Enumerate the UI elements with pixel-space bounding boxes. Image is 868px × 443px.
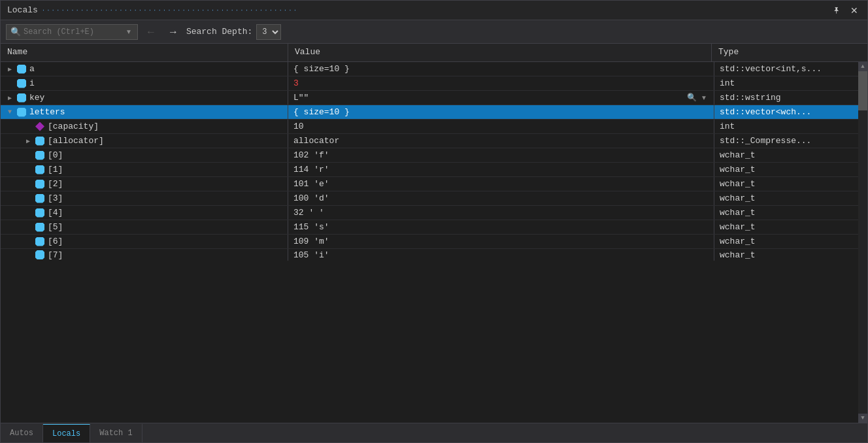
table-row[interactable]: [6] 109 'm' wchar_t (1, 235, 858, 249)
table-row[interactable]: ▶ [allocator] allocator std::_Compresse.… (1, 134, 858, 148)
var-icon-1 (35, 165, 45, 175)
tab-locals-label: Locals (52, 429, 80, 438)
cell-name-5: [5] (1, 220, 288, 234)
cell-value-2: 101 'e' (288, 177, 714, 191)
table-row[interactable]: ▶ key L"" 🔍 ▼ std::wstring (1, 91, 858, 105)
search-depth-label: Search Depth: (186, 27, 252, 37)
cell-value-key: L"" 🔍 ▼ (288, 91, 714, 105)
cell-type-1: wchar_t (714, 163, 858, 176)
value-3: 100 'd' (293, 193, 329, 203)
type-1: wchar_t (720, 165, 756, 174)
expander-allocator[interactable]: ▶ (24, 137, 32, 145)
search-input[interactable] (24, 27, 122, 37)
type-3: wchar_t (720, 193, 756, 203)
value-a: { size=10 } (293, 64, 350, 74)
tab-watch1-label: Watch 1 (99, 429, 132, 438)
table-row[interactable]: ▼ letters { size=10 } std::vector<wch... (1, 105, 858, 120)
title-bar-left: Locals ·································… (7, 5, 298, 15)
table-row[interactable]: [1] 114 'r' wchar_t (1, 163, 858, 177)
cell-name-1: [1] (1, 163, 288, 176)
cell-type-0: wchar_t (714, 148, 858, 162)
search-dropdown-button[interactable]: ▼ (124, 28, 133, 35)
var-icon-allocator (35, 136, 45, 146)
scroll-track[interactable] (858, 71, 867, 414)
cell-value-3: 100 'd' (288, 191, 714, 205)
table-row[interactable]: [2] 101 'e' wchar_t (1, 177, 858, 191)
cell-type-7: wchar_t (714, 249, 858, 261)
cell-name-key: ▶ key (1, 91, 288, 105)
title-bar-controls: 🖈 ✕ (829, 5, 861, 16)
tab-autos-label: Autos (10, 429, 33, 438)
col-header-value: Value (288, 44, 712, 61)
var-name-6: [6] (48, 237, 63, 246)
var-icon-i (16, 78, 27, 89)
cell-name-3: [3] (1, 191, 288, 205)
table-row[interactable]: [4] 32 ' ' wchar_t (1, 206, 858, 220)
var-name-capacity: [capacity] (48, 122, 99, 131)
expander-letters[interactable]: ▼ (6, 108, 14, 116)
cell-name-0: [0] (1, 148, 288, 162)
table-header: Name Value Type (1, 44, 867, 62)
value-4: 32 ' ' (293, 208, 324, 218)
scroll-thumb[interactable] (858, 71, 867, 110)
tab-watch1[interactable]: Watch 1 (90, 424, 142, 442)
type-allocator: std::_Compresse... (720, 136, 811, 146)
var-name-key: key (29, 93, 44, 103)
title-bar: Locals ·································… (1, 1, 867, 20)
title-bar-decoration: ········································… (42, 7, 298, 14)
type-key: std::wstring (720, 93, 781, 103)
var-name-i: i (29, 78, 35, 88)
col-header-type: Type (712, 44, 856, 61)
var-icon-capacity (35, 122, 45, 132)
table-row[interactable]: i 3 int (1, 76, 858, 91)
table-row[interactable]: ▶ a { size=10 } std::vector<int,s... (1, 62, 858, 76)
expander-key[interactable]: ▶ (6, 94, 14, 102)
value-1: 114 'r' (293, 165, 329, 174)
table-row[interactable]: [5] 115 's' wchar_t (1, 220, 858, 235)
type-5: wchar_t (720, 222, 756, 232)
var-icon-2 (35, 179, 45, 189)
tab-autos[interactable]: Autos (1, 424, 43, 442)
close-button[interactable]: ✕ (848, 5, 861, 16)
search-depth-select[interactable]: 3 1 2 4 5 (256, 24, 281, 40)
tab-bar: Autos Locals Watch 1 (1, 423, 867, 442)
value-letters: { size=10 } (293, 107, 350, 117)
table-body[interactable]: ▶ a { size=10 } std::vector<int,s... (1, 62, 858, 423)
table-row[interactable]: [0] 102 'f' wchar_t (1, 148, 858, 163)
cell-value-letters: { size=10 } (288, 105, 714, 119)
value-key: L"" (293, 93, 309, 103)
cell-type-3: wchar_t (714, 191, 858, 205)
type-6: wchar_t (720, 237, 756, 246)
back-button[interactable]: ← (142, 25, 160, 39)
cell-name-capacity: [capacity] (1, 120, 288, 133)
cell-type-key: std::wstring (714, 91, 858, 105)
search-icon: 🔍 (10, 27, 21, 37)
value-search-dropdown[interactable]: ▼ (699, 94, 709, 101)
toolbar: 🔍 ▼ ← → Search Depth: 3 1 2 4 5 (1, 20, 867, 44)
var-icon-a (16, 64, 27, 74)
expander-a[interactable]: ▶ (6, 65, 14, 73)
cell-name-6: [6] (1, 235, 288, 248)
type-letters: std::vector<wch... (720, 107, 811, 117)
forward-button[interactable]: → (164, 25, 182, 39)
cell-type-capacity: int (714, 120, 858, 133)
cell-name-letters: ▼ letters (1, 105, 288, 119)
var-name-7: [7] (48, 250, 63, 260)
pin-button[interactable]: 🖈 (829, 5, 844, 16)
cell-value-6: 109 'm' (288, 235, 714, 248)
tab-locals[interactable]: Locals (43, 424, 90, 442)
cell-value-4: 32 ' ' (288, 206, 714, 220)
var-icon-5 (35, 222, 45, 233)
cell-value-0: 102 'f' (288, 148, 714, 162)
table-row[interactable]: [7] 105 'i' wchar_t (1, 249, 858, 261)
type-0: wchar_t (720, 150, 756, 160)
value-search-icon: 🔍 (687, 93, 697, 103)
scroll-up-button[interactable]: ▲ (858, 62, 867, 71)
scroll-down-button[interactable]: ▼ (858, 414, 867, 423)
type-a: std::vector<int,s... (720, 64, 822, 74)
scrollbar[interactable]: ▲ ▼ (858, 62, 867, 423)
var-name-5: [5] (48, 222, 63, 232)
table-row[interactable]: [capacity] 10 int (1, 120, 858, 134)
table-row[interactable]: [3] 100 'd' wchar_t (1, 191, 858, 206)
cell-name-allocator: ▶ [allocator] (1, 134, 288, 148)
